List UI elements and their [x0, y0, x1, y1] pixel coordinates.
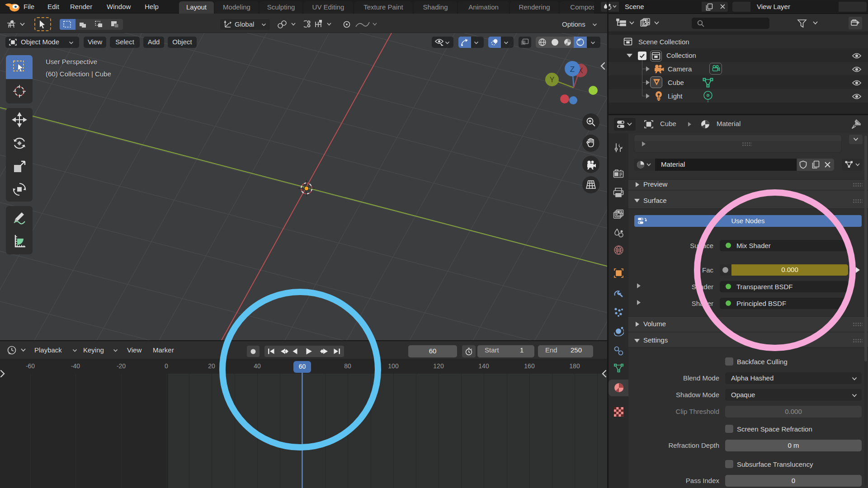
svg-text:Y: Y	[550, 76, 555, 84]
svg-text:Z: Z	[570, 65, 575, 74]
